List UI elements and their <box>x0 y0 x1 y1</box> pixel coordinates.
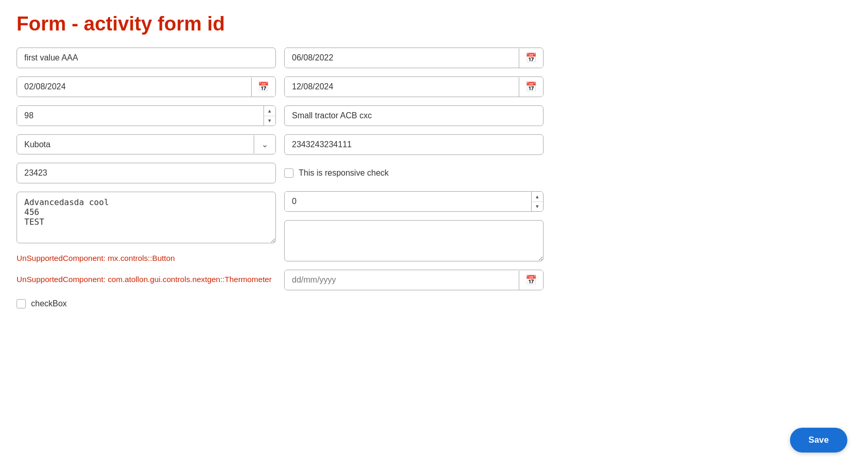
dropdown1-wrapper: Kubota Option 2 Option 3 ⌄ <box>17 134 276 154</box>
unsupported2-text: UnSupportedComponent: com.atollon.gui.co… <box>17 275 276 284</box>
textarea2-input[interactable] <box>284 220 544 261</box>
date3-calendar-button[interactable]: 📅 <box>519 77 543 97</box>
date1-calendar-button[interactable]: 📅 <box>519 49 543 68</box>
number2-input[interactable] <box>285 192 531 211</box>
text-23423-input[interactable] <box>17 163 276 183</box>
date3-wrapper: 📅 <box>284 76 544 97</box>
number2-spin-down[interactable]: ▾ <box>532 202 543 212</box>
number2-wrapper: ▴ ▾ <box>284 191 544 212</box>
checkbox2-row: checkBox <box>17 294 276 314</box>
number1-input[interactable] <box>17 106 264 126</box>
unsupported1-text: UnSupportedComponent: mx.controls::Butto… <box>17 254 276 262</box>
date2-input[interactable] <box>17 77 251 97</box>
text-serial-input[interactable] <box>284 134 544 155</box>
checkbox1-row: This is responsive check <box>284 163 544 183</box>
checkbox1-label[interactable]: This is responsive check <box>299 168 389 178</box>
calendar-icon: 📅 <box>525 53 537 64</box>
date2-calendar-button[interactable]: 📅 <box>251 77 275 97</box>
number1-wrapper: ▴ ▾ <box>17 105 276 126</box>
checkbox1-input[interactable] <box>284 168 293 178</box>
save-button[interactable]: Save <box>790 428 847 453</box>
date4-wrapper: 📅 <box>284 270 544 290</box>
calendar-icon: 📅 <box>525 82 537 92</box>
date4-calendar-button[interactable]: 📅 <box>519 271 543 290</box>
number1-spin-up[interactable]: ▴ <box>264 106 275 116</box>
date2-wrapper: 📅 <box>17 76 276 97</box>
date4-input[interactable] <box>285 270 519 290</box>
number2-spin-up[interactable]: ▴ <box>532 192 543 202</box>
dropdown1-select[interactable]: Kubota Option 2 Option 3 <box>17 135 254 154</box>
number2-spin-buttons: ▴ ▾ <box>531 192 543 211</box>
date1-wrapper: 📅 <box>284 48 544 68</box>
checkbox2-label[interactable]: checkBox <box>31 299 67 308</box>
number1-spin-buttons: ▴ ▾ <box>264 106 275 126</box>
date3-input[interactable] <box>285 77 519 97</box>
textarea1-input[interactable]: Advancedasda cool 456 TEST <box>17 192 276 243</box>
number1-spin-down[interactable]: ▾ <box>264 116 275 126</box>
calendar-icon: 📅 <box>525 275 537 286</box>
dropdown1-arrow-icon: ⌄ <box>254 135 275 153</box>
text-tractor-input[interactable] <box>284 105 544 126</box>
checkbox2-input[interactable] <box>17 299 26 308</box>
text-aaa-input[interactable] <box>17 48 276 68</box>
calendar-icon: 📅 <box>258 82 269 92</box>
date1-input[interactable] <box>285 48 519 68</box>
page-title: Form - activity form id <box>17 12 851 35</box>
